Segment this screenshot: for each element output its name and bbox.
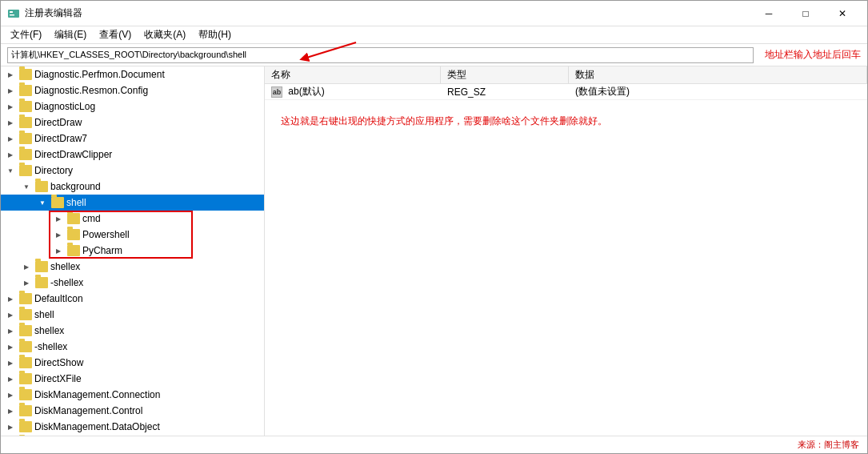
tree-label: DiagnosticLog (34, 101, 95, 112)
expander-icon (4, 132, 17, 145)
tree-item-directdraw[interactable]: DirectDraw (1, 115, 264, 131)
source-text: 来源：阁主博客 (798, 439, 859, 451)
tree-item-shellex[interactable]: shellex (1, 259, 264, 275)
tree-label: DirectDrawClipper (34, 149, 112, 160)
svg-rect-1 (10, 11, 13, 13)
folder-icon (19, 389, 32, 400)
tree-label: -shellex (50, 277, 83, 288)
tree-label: cmd (82, 213, 101, 224)
tree-item-background[interactable]: background (1, 179, 264, 195)
tree-panel[interactable]: Diagnostic.Perfmon.Document Diagnostic.R… (1, 66, 265, 436)
tree-item-diagnosticlog[interactable]: DiagnosticLog (1, 98, 264, 115)
tree-item-shell[interactable]: shell (1, 195, 264, 211)
tree-item-shell2[interactable]: shell (1, 307, 264, 323)
folder-icon (19, 149, 32, 160)
folder-icon (19, 421, 32, 432)
tree-label: shellex (50, 261, 80, 272)
svg-rect-0 (8, 10, 19, 18)
tree-item-directory[interactable]: Directory (1, 163, 264, 179)
expander-icon (20, 180, 33, 193)
col-header-data: 数据 (569, 66, 867, 83)
close-button[interactable]: ✕ (824, 1, 861, 26)
folder-icon (19, 309, 32, 320)
expander-icon (4, 148, 17, 161)
tree-item-directxfile[interactable]: DirectXFile (1, 371, 264, 387)
menu-favorites[interactable]: 收藏夹(A) (138, 26, 192, 43)
registry-values-list: ab ab(默认) REG_SZ (数值未设置) (265, 84, 867, 436)
folder-icon (19, 357, 32, 368)
tree-label: DiskManagement.Control (34, 405, 142, 416)
tree-item-powershell[interactable]: Powershell (1, 227, 264, 243)
tree-item-shellex3[interactable]: shellex (1, 323, 264, 339)
tree-item-cmd[interactable]: cmd (1, 211, 264, 227)
expander-icon (4, 308, 17, 321)
tree-label: DefaultIcon (34, 293, 83, 304)
menu-edit[interactable]: 编辑(E) (48, 26, 93, 43)
menu-file[interactable]: 文件(F) (4, 26, 48, 43)
tree-label: DirectShow (34, 357, 83, 368)
tree-label: Diagnostic.Resmon.Config (34, 85, 148, 96)
tree-label: shellex (34, 325, 64, 336)
reg-row-default[interactable]: ab ab(默认) REG_SZ (数值未设置) (265, 84, 867, 100)
menu-help[interactable]: 帮助(H) (192, 26, 238, 43)
highlighted-group: cmd Powershell PyCharm (1, 211, 264, 259)
tree-item-diskmgmt-ctrl[interactable]: DiskManagement.Control (1, 403, 264, 419)
reg-type-cell: REG_SZ (441, 86, 569, 98)
address-annotation: 地址栏输入地址后回车 (765, 48, 861, 62)
tree-label: shell (66, 197, 86, 208)
menu-bar: 文件(F) 编辑(E) 查看(V) 收藏夹(A) 帮助(H) (1, 26, 867, 44)
tree-item-diskmgmt-data[interactable]: DiskManagement.DataObject (1, 419, 264, 435)
tree-label: background (50, 181, 101, 192)
expander-icon (4, 164, 17, 177)
folder-icon (19, 373, 32, 384)
tree-item-directdrawclipper[interactable]: DirectDrawClipper (1, 147, 264, 163)
folder-icon (19, 165, 32, 176)
tree-item-shellex2[interactable]: -shellex (1, 275, 264, 291)
expander-icon (4, 372, 17, 385)
tree-item-directdraw7[interactable]: DirectDraw7 (1, 131, 264, 147)
tree-item-defaulticon[interactable]: DefaultIcon (1, 291, 264, 307)
expander-icon (4, 68, 17, 81)
tree-item-diskmgmt-snap[interactable]: DiskManagement.SnapIn (1, 435, 264, 436)
expander-icon (4, 100, 17, 113)
col-header-name: 名称 (265, 66, 441, 83)
app-icon (7, 7, 20, 20)
folder-icon (19, 101, 32, 112)
title-bar-left: 注册表编辑器 (7, 6, 82, 20)
reg-data-cell: (数值未设置) (569, 85, 867, 98)
tree-item-diskmgmt-conn[interactable]: DiskManagement.Connection (1, 387, 264, 403)
menu-view[interactable]: 查看(V) (93, 26, 138, 43)
tree-label: DirectXFile (34, 373, 82, 384)
svg-rect-2 (10, 14, 14, 16)
maximize-button[interactable]: □ (787, 1, 824, 26)
tree-label: Directory (34, 165, 73, 176)
expander-icon (4, 324, 17, 337)
tree-label: Diagnostic.Perfmon.Document (34, 69, 165, 80)
main-content: Diagnostic.Perfmon.Document Diagnostic.R… (1, 66, 867, 436)
tree-label: DirectDraw (34, 117, 82, 128)
address-bar: 地址栏输入地址后回车 (1, 44, 867, 66)
tree-label: DirectDraw7 (34, 133, 87, 144)
tree-item-pycharm[interactable]: PyCharm (1, 243, 264, 259)
folder-icon (35, 261, 48, 272)
folder-icon (19, 117, 32, 128)
folder-icon (67, 245, 80, 256)
folder-icon (51, 197, 64, 208)
main-window: 注册表编辑器 ─ □ ✕ 文件(F) 编辑(E) 查看(V) 收藏夹(A) 帮助… (0, 0, 868, 454)
tree-item-diagnostic-perfmon[interactable]: Diagnostic.Perfmon.Document (1, 66, 264, 82)
svg-line-3 (304, 42, 356, 58)
tree-item-shellex4[interactable]: -shellex (1, 339, 264, 355)
tree-item-diagnostic-resmon[interactable]: Diagnostic.Resmon.Config (1, 82, 264, 98)
tree-item-directshow[interactable]: DirectShow (1, 355, 264, 371)
expander-icon (4, 356, 17, 369)
address-input[interactable] (7, 47, 754, 63)
minimize-button[interactable]: ─ (750, 1, 787, 26)
column-headers: 名称 类型 数据 (265, 66, 867, 84)
expander-icon (36, 196, 49, 209)
window-title: 注册表编辑器 (25, 6, 82, 20)
folder-icon (67, 213, 80, 224)
reg-name-cell: ab ab(默认) (265, 85, 441, 98)
folder-icon (19, 325, 32, 336)
expander-icon (52, 212, 65, 225)
folder-icon (19, 405, 32, 416)
